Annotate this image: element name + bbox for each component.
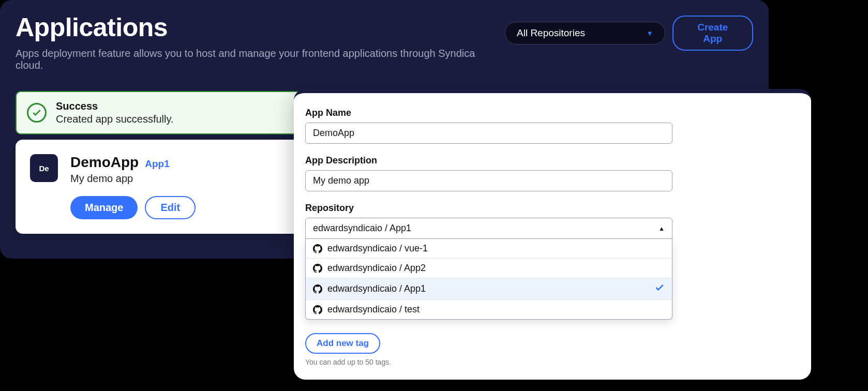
- app-button-row: Manage Edit: [70, 196, 196, 219]
- header-text-block: Applications Apps deployment feature all…: [16, 12, 505, 71]
- repo-option-selected[interactable]: edwardsyndicaio / App1: [306, 278, 672, 299]
- app-name-row: DemoApp App1: [70, 154, 196, 171]
- repo-filter-label: All Repositories: [517, 27, 585, 39]
- edit-button[interactable]: Edit: [145, 196, 196, 219]
- page-subtitle: Apps deployment feature allows you to ho…: [16, 48, 505, 71]
- alert-text: Success Created app successfully.: [56, 100, 174, 125]
- app-name: DemoApp: [70, 154, 139, 171]
- chevron-down-icon: ▼: [647, 29, 653, 37]
- check-icon: [654, 282, 665, 295]
- app-card-body: DemoApp App1 My demo app Manage Edit: [70, 154, 196, 219]
- repository-dropdown: edwardsyndicaio / vue-1 edwardsyndicaio …: [305, 239, 672, 320]
- alert-title: Success: [56, 100, 174, 112]
- repo-option[interactable]: edwardsyndicaio / test: [306, 299, 672, 319]
- repo-option-label: edwardsyndicaio / App2: [327, 263, 426, 274]
- app-avatar: De: [30, 154, 58, 182]
- create-app-modal: App Name App Description Repository edwa…: [294, 89, 811, 380]
- github-icon: [313, 244, 322, 253]
- repo-filter-select[interactable]: All Repositories ▼: [505, 22, 665, 44]
- alert-message: Created app successfully.: [56, 113, 174, 125]
- app-name-label: App Name: [305, 108, 800, 118]
- page-title: Applications: [16, 12, 505, 42]
- add-tag-button[interactable]: Add new tag: [305, 333, 380, 354]
- app-description: My demo app: [70, 173, 196, 185]
- repo-option[interactable]: edwardsyndicaio / App2: [306, 258, 672, 278]
- github-icon: [313, 305, 322, 314]
- repository-selected-value: edwardsyndicaio / App1: [313, 223, 411, 234]
- header-actions: All Repositories ▼ Create App: [505, 16, 753, 51]
- create-app-button[interactable]: Create App: [672, 16, 753, 51]
- app-name-input[interactable]: [305, 123, 672, 144]
- chevron-up-icon: ▲: [659, 225, 665, 232]
- repository-label: Repository: [305, 203, 800, 214]
- check-circle-icon: [27, 103, 47, 123]
- repository-select[interactable]: edwardsyndicaio / App1 ▲: [305, 218, 672, 239]
- repo-option[interactable]: edwardsyndicaio / vue-1: [306, 239, 672, 258]
- app-desc-input[interactable]: [305, 170, 672, 191]
- app-repo-link[interactable]: App1: [145, 158, 170, 170]
- github-icon: [313, 264, 322, 273]
- manage-button[interactable]: Manage: [70, 196, 138, 219]
- repo-option-label: edwardsyndicaio / test: [327, 304, 420, 315]
- repo-option-label: edwardsyndicaio / vue-1: [327, 243, 428, 254]
- app-desc-label: App Description: [305, 155, 800, 166]
- header-row: Applications Apps deployment feature all…: [16, 12, 753, 71]
- github-icon: [313, 284, 322, 294]
- repo-option-label: edwardsyndicaio / App1: [327, 283, 426, 294]
- tag-hint: You can add up to 50 tags.: [305, 358, 800, 366]
